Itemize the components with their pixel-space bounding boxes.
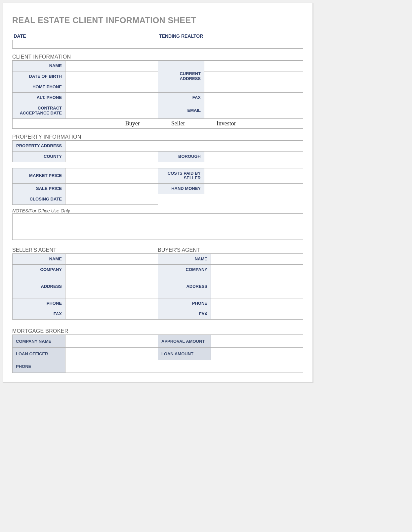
seller-fax-input[interactable] (65, 309, 158, 320)
fax-label: FAX (158, 92, 204, 103)
market-price-input[interactable] (65, 168, 158, 184)
broker-phone-label: PHONE (13, 360, 65, 373)
notes-label: NOTES/For Office Use Only (12, 208, 303, 213)
realtor-input[interactable] (158, 40, 303, 49)
broker-heading: MORTGAGE BROKER (12, 328, 303, 335)
seller-agent-heading: SELLER'S AGENT (12, 247, 158, 254)
buyer-name-input[interactable] (211, 254, 303, 265)
contract-date-label: CONTRACT ACCEPTANCE DATE (13, 103, 65, 118)
current-address-label: CURRENT ADDRESS (158, 61, 204, 93)
buyer-phone-input[interactable] (211, 298, 303, 309)
broker-company-input[interactable] (65, 335, 158, 348)
broker-table: COMPANY NAME APPROVAL AMOUNT LOAN OFFICE… (12, 335, 303, 373)
dob-label: DATE OF BIRTH (13, 71, 65, 82)
hand-money-input[interactable] (204, 184, 303, 194)
market-price-label: MARKET PRICE (13, 168, 65, 184)
property-address-label: PROPERTY ADDRESS (13, 141, 65, 151)
email-label: EMAIL (158, 103, 204, 118)
alt-phone-input[interactable] (65, 92, 158, 103)
notes-input[interactable] (12, 213, 303, 240)
dob-input[interactable] (65, 71, 158, 82)
closing-date-label: CLOSING DATE (13, 194, 65, 205)
buyer-fax-label: FAX (158, 309, 211, 320)
loan-officer-input[interactable] (65, 348, 158, 360)
date-input[interactable] (13, 40, 158, 49)
loan-amount-label: LOAN AMOUNT (158, 348, 211, 360)
current-address-input-2[interactable] (204, 71, 303, 82)
seller-phone-label: PHONE (13, 298, 65, 309)
role-buyer[interactable]: Buyer____ (125, 120, 152, 127)
fax-input[interactable] (204, 92, 303, 103)
loan-amount-input[interactable] (211, 348, 303, 360)
current-address-input-3[interactable] (204, 82, 303, 92)
county-input[interactable] (65, 151, 158, 162)
realtor-label: TENDING REALTOR (158, 32, 303, 40)
seller-company-input[interactable] (65, 265, 158, 275)
seller-company-label: COMPANY (13, 265, 65, 275)
home-phone-input[interactable] (65, 82, 158, 92)
seller-name-input[interactable] (65, 254, 158, 265)
closing-date-input[interactable] (65, 194, 158, 205)
price-table: MARKET PRICE COSTS PAID BY SELLER SALE P… (12, 168, 303, 205)
seller-address-input[interactable] (65, 275, 158, 298)
form-page: REAL ESTATE CLIENT INFORMATION SHEET DAT… (3, 3, 313, 383)
email-input[interactable] (204, 103, 303, 118)
role-row[interactable]: Buyer____ Seller____ Investor____ (13, 118, 303, 128)
buyer-name-label: NAME (158, 254, 211, 265)
current-address-input-1[interactable] (204, 61, 303, 71)
role-investor[interactable]: Investor____ (217, 120, 248, 127)
loan-officer-label: LOAN OFFICER (13, 348, 65, 360)
property-table: PROPERTY ADDRESS COUNTY BOROUGH (12, 141, 303, 162)
client-heading: CLIENT INFORMATION (12, 54, 303, 61)
approval-label: APPROVAL AMOUNT (158, 335, 211, 348)
buyer-phone-label: PHONE (158, 298, 211, 309)
broker-phone-input[interactable] (65, 360, 303, 373)
role-seller[interactable]: Seller____ (171, 120, 197, 127)
broker-company-label: COMPANY NAME (13, 335, 65, 348)
agents-table: NAME NAME COMPANY COMPANY ADDRESS ADDRES… (12, 254, 303, 320)
seller-phone-input[interactable] (65, 298, 158, 309)
approval-input[interactable] (211, 335, 303, 348)
buyer-fax-input[interactable] (211, 309, 303, 320)
page-title: REAL ESTATE CLIENT INFORMATION SHEET (12, 16, 303, 25)
county-label: COUNTY (13, 151, 65, 162)
seller-name-label: NAME (13, 254, 65, 265)
borough-input[interactable] (204, 151, 303, 162)
alt-phone-label: ALT. PHONE (13, 92, 65, 103)
property-address-input[interactable] (65, 141, 303, 151)
sale-price-label: SALE PRICE (13, 184, 65, 194)
top-table: DATE TENDING REALTOR (12, 32, 303, 49)
date-label: DATE (13, 32, 158, 40)
name-input[interactable] (65, 61, 158, 71)
costs-input[interactable] (204, 168, 303, 184)
home-phone-label: HOME PHONE (13, 82, 65, 92)
buyer-company-label: COMPANY (158, 265, 211, 275)
client-table: NAME CURRENT ADDRESS DATE OF BIRTH HOME … (12, 61, 303, 129)
seller-fax-label: FAX (13, 309, 65, 320)
buyer-address-label: ADDRESS (158, 275, 211, 298)
property-heading: PROPERTY INFORMATION (12, 134, 303, 141)
seller-address-label: ADDRESS (13, 275, 65, 298)
buyer-address-input[interactable] (211, 275, 303, 298)
buyer-agent-heading: BUYER'S AGENT (158, 247, 303, 254)
contract-date-input[interactable] (65, 103, 158, 118)
buyer-company-input[interactable] (211, 265, 303, 275)
name-label: NAME (13, 61, 65, 71)
hand-money-label: HAND MONEY (158, 184, 204, 194)
costs-label: COSTS PAID BY SELLER (158, 168, 204, 184)
sale-price-input[interactable] (65, 184, 158, 194)
borough-label: BOROUGH (158, 151, 204, 162)
